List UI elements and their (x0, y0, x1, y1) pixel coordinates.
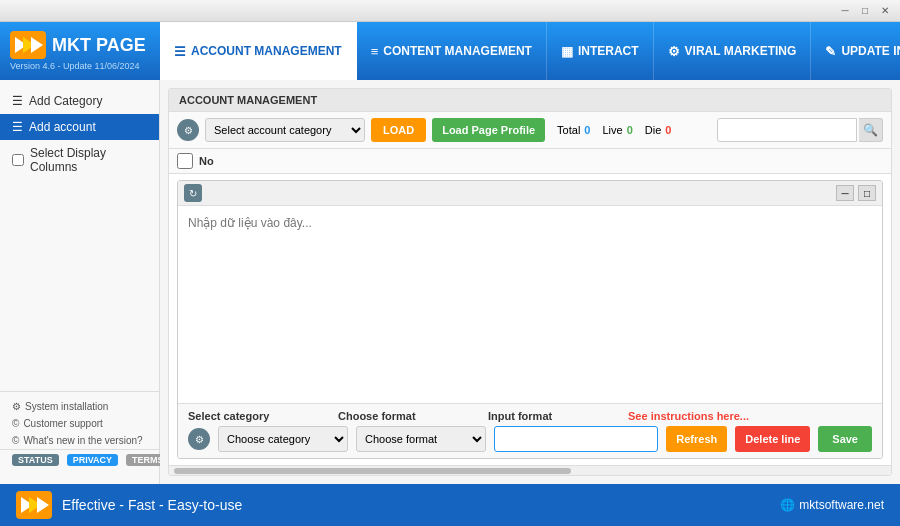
sidebar-whats-new[interactable]: © What's new in the version? (0, 432, 159, 449)
app-version: Version 4.6 - Update 11/06/2024 (10, 61, 140, 71)
category-select[interactable]: Choose category (218, 426, 348, 452)
update-tab-icon: ✎ (825, 44, 836, 59)
interact-tab-label: INTERACT (578, 44, 639, 58)
minimize-button[interactable]: ─ (838, 4, 852, 18)
panel-title: ACCOUNT MANAGEMENT (169, 89, 891, 112)
add-category-icon: ☰ (12, 94, 23, 108)
scrollbar-thumb (174, 468, 571, 474)
customer-support-icon: © (12, 418, 19, 429)
tab-account-management[interactable]: ☰ ACCOUNT MANAGEMENT (160, 22, 357, 80)
select-all-checkbox[interactable] (177, 153, 193, 169)
title-bar: ─ □ ✕ (0, 0, 900, 22)
format-select[interactable]: Choose format (356, 426, 486, 452)
footer-tagline: Effective - Fast - Easy-to-use (62, 497, 242, 513)
panel-toolbar: ⚙ Select account category LOAD Load Page… (169, 112, 891, 149)
col-no-header: No (199, 155, 214, 167)
label-select-category: Select category (188, 410, 318, 422)
account-panel: ACCOUNT MANAGEMENT ⚙ Select account cate… (168, 88, 892, 476)
maximize-button[interactable]: □ (858, 4, 872, 18)
settings-icon-button[interactable]: ⚙ (177, 119, 199, 141)
whats-new-label: What's new in the version? (23, 435, 142, 446)
refresh-button[interactable]: Refresh (666, 426, 727, 452)
account-tab-label: ACCOUNT MANAGEMENT (191, 44, 342, 58)
system-install-icon: ⚙ (12, 401, 21, 412)
search-input[interactable] (717, 118, 857, 142)
stat-total: Total 0 (557, 124, 590, 136)
bottom-form: Select category Choose format Input form… (178, 403, 882, 458)
tab-viral-marketing[interactable]: ⚙ VIRAL MARKETING (654, 22, 812, 80)
logo-area: MKT PAGE Version 4.6 - Update 11/06/2024 (0, 31, 160, 71)
logo-top: MKT PAGE (10, 31, 146, 59)
table-header: No (169, 149, 891, 174)
live-label: Live (602, 124, 622, 136)
close-button[interactable]: ✕ (878, 4, 892, 18)
window-controls: ─ □ ✕ (838, 4, 892, 18)
header: MKT PAGE Version 4.6 - Update 11/06/2024… (0, 22, 900, 80)
label-input-format: Input format (488, 410, 608, 422)
load-button[interactable]: LOAD (371, 118, 426, 142)
whats-new-icon: © (12, 435, 19, 446)
sidebar: ☰ Add Category ☰ Add account Select Disp… (0, 80, 160, 484)
search-button[interactable]: 🔍 (859, 118, 883, 142)
sidebar-label-select-columns: Select Display Columns (30, 146, 147, 174)
content-area: ACCOUNT MANAGEMENT ⚙ Select account cate… (160, 80, 900, 484)
load-page-profile-button[interactable]: Load Page Profile (432, 118, 545, 142)
svg-marker-2 (31, 37, 43, 53)
sub-panel: ↻ ─ □ Select category Choose format Inpu… (177, 180, 883, 459)
sidebar-item-add-account[interactable]: ☰ Add account (0, 114, 159, 140)
total-value: 0 (584, 124, 590, 136)
expand-panel-button[interactable]: □ (858, 185, 876, 201)
svg-marker-5 (37, 497, 49, 513)
account-tab-icon: ☰ (174, 44, 186, 59)
status-badge[interactable]: STATUS (12, 454, 59, 466)
sidebar-customer-support[interactable]: © Customer support (0, 415, 159, 432)
sub-panel-toolbar: ↻ ─ □ (178, 181, 882, 206)
sidebar-item-select-columns[interactable]: Select Display Columns (0, 140, 159, 180)
form-labels: Select category Choose format Input form… (188, 410, 872, 422)
delete-line-button[interactable]: Delete line (735, 426, 810, 452)
footer-logo (16, 491, 52, 519)
footer-left: Effective - Fast - Easy-to-use (16, 491, 242, 519)
total-label: Total (557, 124, 580, 136)
sub-panel-icon-button[interactable]: ↻ (184, 184, 202, 202)
form-settings-icon[interactable]: ⚙ (188, 428, 210, 450)
data-textarea[interactable] (178, 206, 882, 403)
stat-die: Die 0 (645, 124, 672, 136)
customer-support-label: Customer support (23, 418, 102, 429)
viral-tab-icon: ⚙ (668, 44, 680, 59)
main-layout: ☰ Add Category ☰ Add account Select Disp… (0, 80, 900, 484)
tab-content-management[interactable]: ≡ CONTENT MANAGEMENT (357, 22, 547, 80)
label-instructions[interactable]: See instructions here... (628, 410, 749, 422)
system-install-label: System installation (25, 401, 108, 412)
label-choose-format: Choose format (338, 410, 468, 422)
app-name: MKT PAGE (52, 35, 146, 56)
sidebar-system-installation[interactable]: ⚙ System installation (0, 398, 159, 415)
nav-tabs: ☰ ACCOUNT MANAGEMENT ≡ CONTENT MANAGEMEN… (160, 22, 900, 80)
sub-panel-controls: ─ □ (836, 185, 876, 201)
horizontal-scrollbar[interactable] (169, 465, 891, 475)
input-format-field[interactable] (494, 426, 658, 452)
minimize-panel-button[interactable]: ─ (836, 185, 854, 201)
privacy-badge[interactable]: PRIVACY (67, 454, 118, 466)
add-account-icon: ☰ (12, 120, 23, 134)
die-value: 0 (665, 124, 671, 136)
die-label: Die (645, 124, 662, 136)
content-tab-icon: ≡ (371, 44, 379, 59)
footer-website: 🌐 mktsoftware.net (780, 498, 884, 512)
interact-tab-icon: ▦ (561, 44, 573, 59)
globe-icon: 🌐 (780, 498, 795, 512)
sidebar-label-add-account: Add account (29, 120, 96, 134)
tab-update-information[interactable]: ✎ UPDATE INFORMATION (811, 22, 900, 80)
sidebar-bottom: ⚙ System installation © Customer support… (0, 391, 159, 476)
sidebar-label-add-category: Add Category (29, 94, 102, 108)
sidebar-item-add-category[interactable]: ☰ Add Category (0, 88, 159, 114)
live-value: 0 (627, 124, 633, 136)
tab-interact[interactable]: ▦ INTERACT (547, 22, 654, 80)
footer: Effective - Fast - Easy-to-use 🌐 mktsoft… (0, 484, 900, 526)
form-inputs: ⚙ Choose category Choose format Refresh … (188, 426, 872, 452)
save-button[interactable]: Save (818, 426, 872, 452)
logo-icon (10, 31, 46, 59)
website-text: mktsoftware.net (799, 498, 884, 512)
account-category-select[interactable]: Select account category (205, 118, 365, 142)
select-columns-checkbox[interactable] (12, 154, 24, 166)
